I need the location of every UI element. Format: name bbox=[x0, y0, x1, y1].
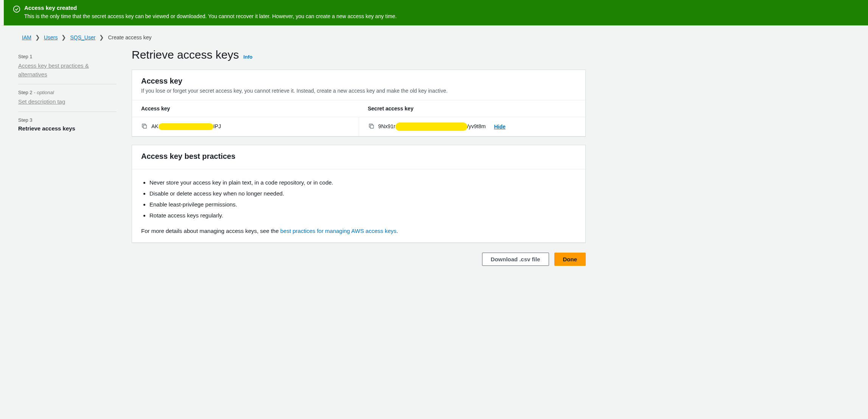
wizard-steps: Step 1 Access key best practices & alter… bbox=[18, 48, 117, 137]
check-circle-icon bbox=[13, 5, 20, 14]
access-key-panel-title: Access key bbox=[141, 77, 576, 85]
step-3-title: Retrieve access keys bbox=[18, 125, 117, 132]
breadcrumb-current: Create access key bbox=[108, 34, 151, 40]
redacted-block bbox=[159, 123, 213, 130]
access-key-cell: AKIPJ bbox=[132, 117, 359, 136]
step-label: Step 1 bbox=[18, 54, 117, 59]
svg-rect-2 bbox=[370, 125, 373, 129]
redacted-block bbox=[395, 123, 467, 131]
banner-message: This is the only time that the secret ac… bbox=[24, 13, 397, 19]
list-item: Never store your access key in plain tex… bbox=[149, 177, 576, 188]
step-3: Step 3 Retrieve access keys bbox=[18, 112, 117, 137]
banner-title: Access key created bbox=[24, 5, 397, 11]
step-1: Step 1 Access key best practices & alter… bbox=[18, 48, 117, 84]
hide-link[interactable]: Hide bbox=[494, 124, 506, 130]
info-link[interactable]: Info bbox=[243, 54, 252, 60]
page-title: Retrieve access keys bbox=[132, 48, 239, 61]
step-1-link[interactable]: Access key best practices & alternatives bbox=[18, 62, 117, 79]
step-label: Step 3 bbox=[18, 117, 117, 123]
svg-point-0 bbox=[14, 6, 20, 12]
step-2: Step 2 - optional Set description tag bbox=[18, 84, 117, 112]
list-item: Rotate access keys regularly. bbox=[149, 210, 576, 221]
best-practices-list: Never store your access key in plain tex… bbox=[141, 177, 576, 221]
table-row: AKIPJ 9Nx91r/yv9t8m Hide bbox=[132, 117, 585, 136]
breadcrumb-users[interactable]: Users bbox=[44, 34, 58, 40]
col-secret-key: Secret access key bbox=[359, 100, 585, 117]
chevron-right-icon: ❯ bbox=[61, 34, 66, 41]
best-practices-link[interactable]: best practices for managing AWS access k… bbox=[280, 228, 397, 234]
best-practices-title: Access key best practices bbox=[141, 152, 576, 161]
secret-key-cell: 9Nx91r/yv9t8m Hide bbox=[359, 117, 586, 136]
breadcrumb: IAM ❯ Users ❯ SQS_User ❯ Create access k… bbox=[4, 26, 868, 45]
best-practices-more: For more details about managing access k… bbox=[141, 228, 576, 234]
access-key-value: AKIPJ bbox=[151, 123, 221, 130]
action-bar: Download .csv file Done bbox=[132, 253, 586, 266]
breadcrumb-sqs-user[interactable]: SQS_User bbox=[70, 34, 95, 40]
table-header-row: Access key Secret access key bbox=[132, 100, 585, 117]
access-key-panel: Access key If you lose or forget your se… bbox=[132, 70, 586, 137]
step-label: Step 2 - optional bbox=[18, 90, 117, 95]
copy-icon[interactable] bbox=[368, 123, 375, 130]
col-access-key: Access key bbox=[132, 100, 359, 117]
chevron-right-icon: ❯ bbox=[99, 34, 104, 41]
download w-csv-button[interactable]: Download .csv file bbox=[482, 253, 549, 266]
access-key-panel-desc: If you lose or forget your secret access… bbox=[141, 88, 576, 94]
list-item: Enable least-privilege permissions. bbox=[149, 199, 576, 210]
success-banner: Access key created This is the only time… bbox=[0, 0, 868, 26]
page-header: Retrieve access keys Info bbox=[132, 48, 586, 61]
chevron-right-icon: ❯ bbox=[35, 34, 40, 41]
list-item: Disable or delete access key when no lon… bbox=[149, 188, 576, 199]
breadcrumb-iam[interactable]: IAM bbox=[22, 34, 31, 40]
done-button[interactable]: Done bbox=[554, 253, 586, 266]
step-2-link[interactable]: Set description tag bbox=[18, 98, 117, 106]
copy-icon[interactable] bbox=[141, 123, 148, 130]
svg-rect-1 bbox=[143, 125, 147, 129]
best-practices-panel: Access key best practices Never store yo… bbox=[132, 145, 586, 243]
secret-key-value: 9Nx91r/yv9t8m bbox=[378, 123, 486, 131]
